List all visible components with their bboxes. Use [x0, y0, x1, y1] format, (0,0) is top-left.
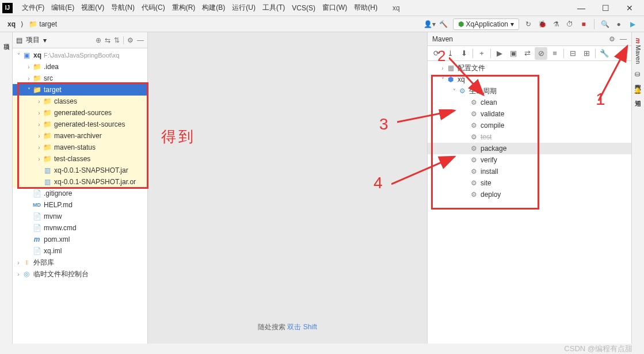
tree-root[interactable]: ˅ ▣ xq F:\Java\JavaSpringBoot\xq: [13, 50, 147, 61]
tree-item[interactable]: ›📁generated-sources: [13, 107, 147, 119]
breadcrumb-folder[interactable]: 📁 target: [26, 19, 60, 29]
maven-tab[interactable]: mMaven: [632, 35, 644, 67]
hide-icon[interactable]: —: [137, 36, 144, 44]
toggle-skip-icon[interactable]: ⇄: [521, 47, 534, 60]
project-panel-header: ▤ 项目 ▾ ⊕ ⇆ ⇅ ⚙ —: [13, 32, 147, 48]
tree-item[interactable]: ›📁classes: [13, 96, 147, 107]
menu-run[interactable]: 运行(U): [228, 3, 259, 13]
hide-icon[interactable]: —: [620, 35, 627, 43]
execute-icon[interactable]: ▣: [507, 47, 520, 60]
more-icon[interactable]: ▶: [626, 17, 639, 31]
tree-item[interactable]: ˅📁target: [13, 84, 147, 96]
add-icon[interactable]: +: [475, 47, 488, 60]
tree-external-libs[interactable]: › ⫴ 外部库: [13, 257, 147, 268]
project-tree[interactable]: ˅ ▣ xq F:\Java\JavaSpringBoot\xq ›📁.idea…: [13, 48, 147, 344]
tree-item[interactable]: 📄mvnw.cmd: [13, 222, 147, 234]
breadcrumb-root[interactable]: xq: [5, 19, 18, 29]
build-icon[interactable]: 🔨: [437, 17, 451, 31]
project-tab[interactable]: 项目: [0, 35, 12, 44]
menu-code[interactable]: 代码(C): [138, 3, 169, 13]
stop-button[interactable]: ■: [577, 17, 590, 31]
maven-panel-header: Maven ⚙ —: [428, 32, 631, 46]
tree-item[interactable]: 📄mvnw: [13, 211, 147, 222]
maven-lifecycle[interactable]: ˅ ⚙ 生命周期: [428, 85, 631, 97]
settings-icon[interactable]: 🔧: [598, 47, 611, 60]
menu-file[interactable]: 文件(F): [18, 3, 48, 13]
tree-item[interactable]: MDHELP.md: [13, 199, 147, 211]
maven-goal-clean[interactable]: ⚙clean: [428, 97, 631, 108]
window-title: xq: [393, 4, 400, 12]
user-icon[interactable]: 👤▾: [423, 17, 437, 31]
left-tool-stripe: 项目: [0, 32, 13, 344]
maven-profiles[interactable]: › ▦ 配置文件: [428, 62, 631, 74]
notifications-tab[interactable]: 🔔通知: [632, 83, 644, 98]
project-panel: ▤ 项目 ▾ ⊕ ⇆ ⇅ ⚙ — ˅ ▣ xq F:\Java\JavaSpri…: [13, 32, 148, 344]
tree-item[interactable]: ▥xq-0.0.1-SNAPSHOT.jar.or: [13, 176, 147, 188]
debug-button[interactable]: 🐞: [535, 17, 549, 31]
updates-icon[interactable]: ●: [612, 17, 626, 31]
expand-all-icon[interactable]: ⊞: [580, 47, 593, 60]
show-deps-icon[interactable]: ≡: [548, 47, 561, 60]
menu-build[interactable]: 构建(B): [199, 3, 228, 13]
spring-icon: ⬢: [458, 20, 464, 28]
app-logo: IJ: [2, 3, 13, 13]
tree-item[interactable]: ▥xq-0.0.1-SNAPSHOT.jar: [13, 165, 147, 176]
maven-goal-test[interactable]: ⚙test: [428, 131, 631, 143]
maven-goal-deploy[interactable]: ⚙deploy: [428, 189, 631, 200]
maven-toolbar: ⟳ ⤓ ⬇ + ▶ ▣ ⇄ ⊘ ≡ ⊟ ⊞ 🔧: [428, 46, 631, 61]
search-icon[interactable]: 🔍: [598, 17, 612, 31]
maven-goal-verify[interactable]: ⚙verify: [428, 154, 631, 166]
tree-item[interactable]: ›📁src: [13, 73, 147, 84]
profile-button[interactable]: ⏱: [563, 17, 577, 31]
menu-view[interactable]: 视图(V): [78, 3, 108, 13]
maven-project[interactable]: ˅ ⬢ xq: [428, 74, 631, 85]
expand-all-icon[interactable]: ⇆: [105, 36, 110, 44]
maven-goal-compile[interactable]: ⚙compile: [428, 120, 631, 131]
tree-item[interactable]: 📄.gitignore: [13, 188, 147, 199]
close-button[interactable]: ✕: [618, 0, 642, 16]
select-opened-icon[interactable]: ⊕: [96, 36, 101, 44]
minimize-button[interactable]: —: [569, 0, 593, 16]
right-tool-stripe: mMaven ⛁数据库 🔔通知: [631, 32, 644, 344]
gear-icon[interactable]: ⚙: [127, 36, 134, 44]
tree-item[interactable]: ›📁generated-test-sources: [13, 119, 147, 130]
coverage-button[interactable]: ⚗: [549, 17, 563, 31]
navbar: xq ⟩ 📁 target 👤▾ 🔨 ⬢ XqApplication ▾ ↻ 🐞…: [0, 16, 644, 32]
tree-item[interactable]: mpom.xml: [13, 234, 147, 245]
maven-panel-title: Maven: [432, 35, 453, 43]
maven-goal-site[interactable]: ⚙site: [428, 177, 631, 189]
run-config-selector[interactable]: ⬢ XqApplication ▾: [453, 18, 519, 30]
menu-edit[interactable]: 编辑(E): [48, 3, 78, 13]
editor-area: 随处搜索 双击 Shift: [148, 32, 427, 344]
reload-icon[interactable]: ⟳: [430, 47, 443, 60]
menu-window[interactable]: 窗口(W): [319, 3, 350, 13]
maven-goal-install[interactable]: ⚙install: [428, 166, 631, 177]
menu-tools[interactable]: 工具(T): [259, 3, 288, 13]
database-tab[interactable]: ⛁数据库: [632, 67, 644, 83]
offline-icon[interactable]: ⊘: [535, 47, 547, 60]
tree-scratches[interactable]: › ◎ 临时文件和控制台: [13, 268, 147, 280]
titlebar: IJ 文件(F) 编辑(E) 视图(V) 导航(N) 代码(C) 重构(R) 构…: [0, 0, 644, 16]
menu-vcs[interactable]: VCS(S): [288, 4, 319, 12]
tree-item[interactable]: ›📁.idea: [13, 61, 147, 73]
tree-item[interactable]: ›📁maven-archiver: [13, 130, 147, 142]
generate-sources-icon[interactable]: ⤓: [444, 47, 456, 60]
run-button[interactable]: ↻: [521, 17, 535, 31]
maven-goal-validate[interactable]: ⚙validate: [428, 108, 631, 120]
collapse-icon[interactable]: ⇅: [114, 36, 120, 44]
gear-icon[interactable]: ⚙: [609, 35, 615, 43]
maven-goal-package[interactable]: ⚙package: [428, 143, 631, 154]
tree-item[interactable]: 📄xq.iml: [13, 245, 147, 257]
tree-item[interactable]: ›📁test-classes: [13, 153, 147, 165]
maximize-button[interactable]: ☐: [593, 0, 618, 16]
menu-help[interactable]: 帮助(H): [350, 3, 381, 13]
project-panel-title: 项目: [26, 35, 40, 45]
tree-item[interactable]: ›📁maven-status: [13, 142, 147, 153]
download-icon[interactable]: ⬇: [458, 47, 470, 60]
run-maven-icon[interactable]: ▶: [493, 47, 506, 60]
menu-refactor[interactable]: 重构(R): [169, 3, 199, 13]
collapse-all-icon[interactable]: ⊟: [566, 47, 579, 60]
maven-tree[interactable]: › ▦ 配置文件 ˅ ⬢ xq ˅ ⚙ 生命周期 ⚙clean⚙validate…: [428, 61, 631, 344]
menu-nav[interactable]: 导航(N): [108, 3, 138, 13]
breadcrumb: xq ⟩ 📁 target: [5, 19, 60, 29]
